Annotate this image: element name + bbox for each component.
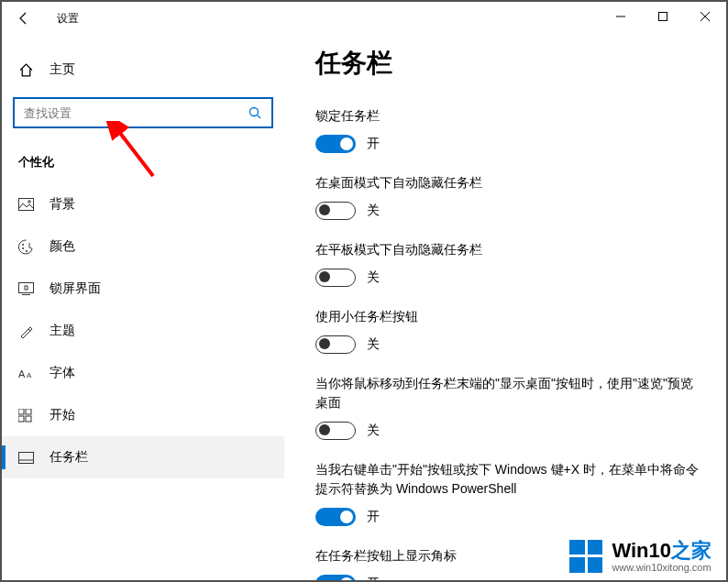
svg-rect-13 bbox=[25, 286, 28, 290]
home-label: 主页 bbox=[50, 61, 75, 78]
svg-line-5 bbox=[258, 115, 261, 119]
sidebar-item-label: 锁屏界面 bbox=[50, 280, 101, 297]
svg-text:A: A bbox=[18, 368, 26, 379]
svg-point-4 bbox=[250, 108, 259, 116]
toggle-powershell[interactable] bbox=[315, 508, 356, 526]
svg-point-7 bbox=[28, 201, 31, 203]
svg-point-9 bbox=[22, 247, 24, 249]
toggle-text: 开 bbox=[367, 509, 380, 525]
home-icon bbox=[18, 62, 37, 78]
setting-label: 在桌面模式下自动隐藏任务栏 bbox=[315, 173, 700, 192]
search-icon bbox=[248, 105, 262, 120]
sidebar-item-fonts[interactable]: AA 字体 bbox=[2, 352, 284, 394]
watermark: Win10之家 www.win10xitong.com bbox=[569, 540, 711, 573]
font-icon: AA bbox=[18, 367, 37, 379]
minimize-button[interactable] bbox=[600, 2, 642, 31]
palette-icon bbox=[18, 239, 37, 255]
search-input-box[interactable] bbox=[13, 97, 273, 128]
toggle-autohide-desktop[interactable] bbox=[315, 202, 356, 220]
svg-rect-11 bbox=[19, 283, 34, 293]
toggle-text: 关 bbox=[367, 269, 380, 286]
setting-label: 当你将鼠标移动到任务栏末端的"显示桌面"按钮时，使用"速览"预览桌面 bbox=[315, 374, 700, 412]
maximize-button[interactable] bbox=[642, 2, 684, 31]
toggle-peek[interactable] bbox=[315, 422, 356, 440]
toggle-autohide-tablet[interactable] bbox=[315, 269, 356, 287]
lockscreen-icon bbox=[18, 282, 37, 295]
close-button[interactable] bbox=[684, 2, 726, 31]
toggle-text: 关 bbox=[367, 336, 380, 353]
sidebar-item-lockscreen[interactable]: 锁屏界面 bbox=[2, 268, 284, 310]
svg-rect-18 bbox=[18, 416, 24, 422]
content-area: 任务栏 锁定任务栏 开 在桌面模式下自动隐藏任务栏 关 在平板模式下自动隐藏任务… bbox=[284, 35, 726, 580]
svg-rect-1 bbox=[659, 13, 667, 21]
svg-rect-16 bbox=[18, 409, 24, 414]
sidebar-item-taskbar[interactable]: 任务栏 bbox=[2, 436, 284, 478]
setting-label: 锁定任务栏 bbox=[315, 106, 700, 126]
svg-rect-6 bbox=[19, 199, 34, 211]
watermark-brand: Win10之家 bbox=[612, 540, 711, 562]
toggle-text: 关 bbox=[367, 423, 380, 439]
svg-rect-17 bbox=[26, 409, 31, 414]
sidebar: 主页 个性化 背景 颜色 锁屏界面 主题 AA 字体 bbox=[2, 35, 284, 580]
setting-label: 使用小任务栏按钮 bbox=[315, 307, 700, 326]
search-input[interactable] bbox=[24, 106, 248, 120]
sidebar-item-label: 主题 bbox=[50, 323, 75, 339]
toggle-lock-taskbar[interactable] bbox=[315, 135, 356, 153]
toggle-text: 关 bbox=[367, 203, 380, 219]
start-icon bbox=[18, 409, 37, 423]
toggle-text: 开 bbox=[367, 576, 380, 580]
sidebar-item-label: 开始 bbox=[50, 407, 75, 423]
sidebar-item-background[interactable]: 背景 bbox=[2, 183, 284, 225]
theme-icon bbox=[18, 324, 37, 339]
svg-rect-19 bbox=[26, 416, 31, 422]
taskbar-icon bbox=[18, 452, 37, 464]
sidebar-item-colors[interactable]: 颜色 bbox=[2, 225, 284, 268]
svg-point-8 bbox=[22, 244, 24, 246]
back-button[interactable] bbox=[9, 4, 39, 33]
window-title: 设置 bbox=[57, 11, 79, 27]
category-header: 个性化 bbox=[18, 154, 284, 170]
watermark-url: www.win10xitong.com bbox=[612, 562, 711, 573]
sidebar-item-themes[interactable]: 主题 bbox=[2, 310, 284, 352]
windows-logo-icon bbox=[569, 540, 602, 573]
sidebar-item-label: 颜色 bbox=[50, 238, 75, 255]
svg-rect-20 bbox=[19, 452, 34, 463]
svg-text:A: A bbox=[27, 371, 32, 379]
sidebar-item-label: 字体 bbox=[50, 365, 75, 381]
home-button[interactable]: 主页 bbox=[2, 51, 284, 88]
sidebar-item-label: 任务栏 bbox=[50, 449, 88, 466]
page-title: 任务栏 bbox=[315, 46, 700, 81]
toggle-small-buttons[interactable] bbox=[315, 335, 356, 354]
svg-point-10 bbox=[26, 250, 28, 252]
sidebar-item-label: 背景 bbox=[50, 196, 75, 213]
toggle-text: 开 bbox=[367, 136, 380, 152]
setting-label: 在平板模式下自动隐藏任务栏 bbox=[315, 240, 700, 259]
picture-icon bbox=[18, 198, 37, 211]
sidebar-item-start[interactable]: 开始 bbox=[2, 394, 284, 436]
setting-label: 当我右键单击"开始"按钮或按下 Windows 键+X 时，在菜单中将命令提示符… bbox=[315, 460, 700, 499]
toggle-badges[interactable] bbox=[315, 575, 356, 580]
